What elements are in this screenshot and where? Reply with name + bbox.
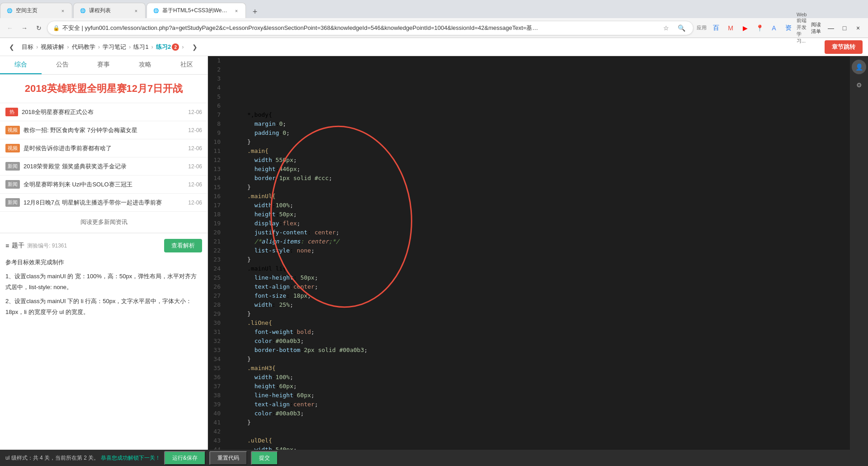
line-content-43: .ulDel{ xyxy=(226,436,850,445)
tab3-close[interactable]: × xyxy=(233,7,240,14)
read-more-link[interactable]: 阅读更多新闻资讯 xyxy=(0,212,208,233)
line-content-33: border-bottom:2px solid #00a0b3; xyxy=(226,346,850,355)
line-number-15: 15 xyxy=(208,183,226,192)
maximize-icon[interactable]: □ xyxy=(838,22,851,34)
line-number-30: 30 xyxy=(208,319,226,328)
question-desc-intro: 参考目标效果完成制作 xyxy=(5,257,202,267)
news-item-1[interactable]: 视频 教你一招: 野区食肉专家 7分钟学会梅葳女星 12-06 xyxy=(0,121,208,139)
breadcrumb-item-notes[interactable]: 学习笔记 xyxy=(103,43,126,51)
line-number-26: 26 xyxy=(208,282,226,291)
news-tag-4: 新闻 xyxy=(5,180,20,189)
code-line-24: 24 .mainUl li{ xyxy=(208,264,850,273)
tab-3[interactable]: 🌐 基于HTML5+CSS3的Web前端… × xyxy=(146,3,246,18)
status-text: ul 级样式：共 4 关，当前所在第 2 关。 xyxy=(5,455,99,461)
code-line-13: 13 height:446px; xyxy=(208,165,850,174)
ext-gmail[interactable]: M xyxy=(724,22,737,34)
line-content-15: } xyxy=(226,183,850,192)
ext-webfront[interactable]: Web前端开发学习... xyxy=(797,22,809,34)
news-item-0[interactable]: 热 2018全明星赛赛程正式公布 12-06 xyxy=(0,103,208,121)
line-number-19: 19 xyxy=(208,219,226,228)
sidebar-profile-icon[interactable]: 👤 xyxy=(852,60,866,74)
line-content-28: width: 25%; xyxy=(226,300,850,309)
line-number-11: 11 xyxy=(208,147,226,156)
address-input-wrapper[interactable]: 🔒 不安全 | yyfun001.com/lesson/action.php?a… xyxy=(47,21,693,35)
star-icon[interactable]: ☆ xyxy=(660,22,672,34)
news-item-3[interactable]: 新闻 2018荣誉殿堂 颁奖盛典获奖选手金记录 12-06 xyxy=(0,157,208,176)
tab-1[interactable]: 🌐 空间主页 × xyxy=(0,3,72,18)
line-number-14: 14 xyxy=(208,174,226,183)
code-line-15: 15 } xyxy=(208,183,850,192)
code-line-23: 23 } xyxy=(208,255,850,264)
question-section: ≡ 题干 测验编号: 91361 查看解析 参考目标效果完成制作 1、设置cla… xyxy=(0,233,208,326)
reset-code-button[interactable]: 重置代码 xyxy=(209,451,247,465)
check-solution-button[interactable]: 查看解析 xyxy=(164,239,202,252)
line-number-13: 13 xyxy=(208,165,226,174)
tab-match[interactable]: 赛事 xyxy=(83,56,125,74)
breadcrumb-item-goal[interactable]: 目标 xyxy=(22,43,33,51)
next-chapter-button[interactable]: 章节跳转 xyxy=(825,40,863,54)
tab2-close[interactable]: × xyxy=(132,7,140,14)
tab-2[interactable]: 🌐 课程列表 × xyxy=(73,3,146,18)
ext-news[interactable]: 资 xyxy=(782,22,795,34)
news-item-5[interactable]: 新闻 12月8日晚7点 明星解说主播选手带你一起进击季前赛 12-06 xyxy=(0,194,208,212)
news-item-2[interactable]: 视频 是时候告诉你进击季前赛都有啥了 12-06 xyxy=(0,139,208,157)
run-save-button[interactable]: 运行&保存 xyxy=(164,451,206,465)
question-label: 题干 xyxy=(12,242,24,250)
code-line-25: 25 line-height: 50px; xyxy=(208,273,850,282)
line-content-36: width:100%; xyxy=(226,373,850,382)
breadcrumb-item-video[interactable]: 视频讲解 xyxy=(41,43,64,51)
breadcrumb-item-code[interactable]: 代码教学 xyxy=(72,43,95,51)
line-content-11: .main{ xyxy=(226,147,850,156)
tab-strategy[interactable]: 攻略 xyxy=(124,56,166,74)
submit-button[interactable]: 提交 xyxy=(251,451,278,465)
line-content-29: } xyxy=(226,309,850,319)
tab-comprehensive[interactable]: 综合 xyxy=(0,56,42,74)
line-number-21: 21 xyxy=(208,237,226,246)
line-number-41: 41 xyxy=(208,418,226,427)
ext-translate[interactable]: A xyxy=(768,22,780,34)
line-number-23: 23 xyxy=(208,255,226,264)
line-content-42 xyxy=(226,427,850,436)
news-item-4[interactable]: 新闻 全明星赛即将到来 Uzi中击SOLO赛三冠王 12-06 xyxy=(0,176,208,194)
ext-maps[interactable]: 📍 xyxy=(753,22,766,34)
news-tag-0: 热 xyxy=(5,108,18,116)
forward-button[interactable]: → xyxy=(18,22,31,34)
ext-baidu[interactable]: 百 xyxy=(710,22,722,34)
ext-apps[interactable]: 应用 xyxy=(695,22,708,34)
refresh-button[interactable]: ↻ xyxy=(33,22,45,34)
list-icon: ≡ xyxy=(5,242,9,249)
line-content-4: </span>新闻列表<span class="c-tag"> xyxy=(226,83,850,92)
line-number-39: 39 xyxy=(208,400,226,409)
line-number-22: 22 xyxy=(208,246,226,255)
breadcrumb-item-ex2[interactable]: 练习22 xyxy=(156,43,179,51)
close-window-icon[interactable]: × xyxy=(852,22,864,34)
main-content: 综合 公告 赛事 攻略 社区 2018英雄联盟全明星赛12月7日开战 热 201… xyxy=(0,56,868,466)
news-date-3: 12-06 xyxy=(188,163,202,170)
line-content-38: line-height:60px; xyxy=(226,391,850,400)
search-icon[interactable]: 🔍 xyxy=(675,22,688,34)
line-content-40: color:#00a0b3; xyxy=(226,409,850,418)
line-number-38: 38 xyxy=(208,391,226,400)
line-content-24: .mainUl li{ xyxy=(226,264,850,273)
toolbar-back-button[interactable]: ❮ xyxy=(5,41,18,53)
breadcrumb-item-ex1[interactable]: 练习1 xyxy=(133,43,148,51)
minimize-icon[interactable]: — xyxy=(825,22,837,34)
line-content-27: font-size: 18px; xyxy=(226,291,850,300)
tab-community[interactable]: 社区 xyxy=(166,56,208,74)
tab1-close[interactable]: × xyxy=(59,7,66,14)
back-button[interactable]: ← xyxy=(4,22,16,34)
line-content-20: justify-content: center; xyxy=(226,228,850,237)
code-editor[interactable]: 123 4 </span>新闻列表<span class="c-tag">5 6… xyxy=(208,56,850,466)
new-tab-button[interactable]: + xyxy=(249,5,261,18)
line-content-10: } xyxy=(226,138,850,147)
tab-announcement[interactable]: 公告 xyxy=(42,56,83,74)
hero-title: 2018英雄联盟全明星赛12月7日开战 xyxy=(0,75,208,103)
question-req-1: 1、设置class为 mainUI 的 宽：100%，高：50px，弹性布局，水… xyxy=(5,271,202,292)
line-number-4: 4 xyxy=(208,83,226,92)
news-date-0: 12-06 xyxy=(188,109,202,115)
ext-youtube[interactable]: ▶ xyxy=(739,22,751,34)
code-line-42: 42 xyxy=(208,427,850,436)
toolbar-forward-button[interactable]: ❯ xyxy=(189,41,201,53)
reading-mode-icon[interactable]: 阅读清单 xyxy=(811,22,824,34)
sidebar-settings-icon[interactable]: ⚙ xyxy=(852,78,866,92)
